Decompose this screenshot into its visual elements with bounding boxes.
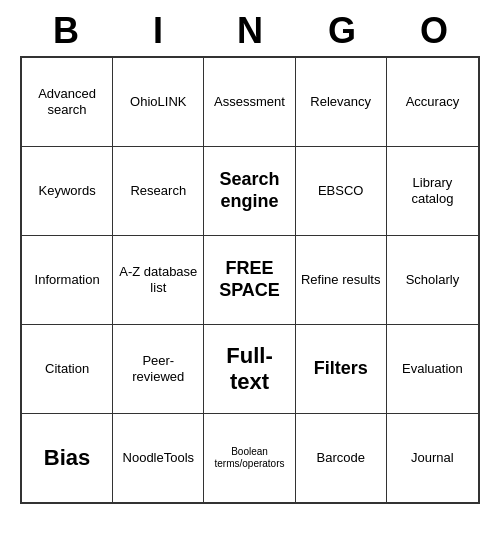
bingo-header: B I N G O bbox=[20, 10, 480, 52]
letter-i: I bbox=[114, 10, 202, 52]
letter-n: N bbox=[206, 10, 294, 52]
bingo-row: Citation Peer-reviewed Full-text Filters… bbox=[22, 325, 478, 414]
cell-3-4: Evaluation bbox=[387, 325, 478, 413]
cell-3-2: Full-text bbox=[204, 325, 295, 413]
cell-4-2: Boolean terms/operators bbox=[204, 414, 295, 502]
cell-1-3: EBSCO bbox=[296, 147, 387, 235]
cell-3-1: Peer-reviewed bbox=[113, 325, 204, 413]
cell-0-1: OhioLINK bbox=[113, 58, 204, 146]
bingo-grid: Advanced search OhioLINK Assessment Rele… bbox=[20, 56, 480, 504]
cell-2-0: Information bbox=[22, 236, 113, 324]
cell-0-3: Relevancy bbox=[296, 58, 387, 146]
cell-3-0: Citation bbox=[22, 325, 113, 413]
cell-4-1: NoodleTools bbox=[113, 414, 204, 502]
cell-3-3: Filters bbox=[296, 325, 387, 413]
cell-2-3: Refine results bbox=[296, 236, 387, 324]
cell-4-0: Bias bbox=[22, 414, 113, 502]
letter-g: G bbox=[298, 10, 386, 52]
cell-4-3: Barcode bbox=[296, 414, 387, 502]
cell-0-0: Advanced search bbox=[22, 58, 113, 146]
cell-4-4: Journal bbox=[387, 414, 478, 502]
bingo-row: Information A-Z database list FREE SPACE… bbox=[22, 236, 478, 325]
cell-2-1: A-Z database list bbox=[113, 236, 204, 324]
bingo-row: Bias NoodleTools Boolean terms/operators… bbox=[22, 414, 478, 502]
cell-1-2: Search engine bbox=[204, 147, 295, 235]
letter-o: O bbox=[390, 10, 478, 52]
cell-0-4: Accuracy bbox=[387, 58, 478, 146]
cell-2-2: FREE SPACE bbox=[204, 236, 295, 324]
letter-b: B bbox=[22, 10, 110, 52]
cell-1-4: Library catalog bbox=[387, 147, 478, 235]
bingo-row: Advanced search OhioLINK Assessment Rele… bbox=[22, 58, 478, 147]
bingo-row: Keywords Research Search engine EBSCO Li… bbox=[22, 147, 478, 236]
cell-2-4: Scholarly bbox=[387, 236, 478, 324]
cell-1-1: Research bbox=[113, 147, 204, 235]
cell-1-0: Keywords bbox=[22, 147, 113, 235]
cell-0-2: Assessment bbox=[204, 58, 295, 146]
